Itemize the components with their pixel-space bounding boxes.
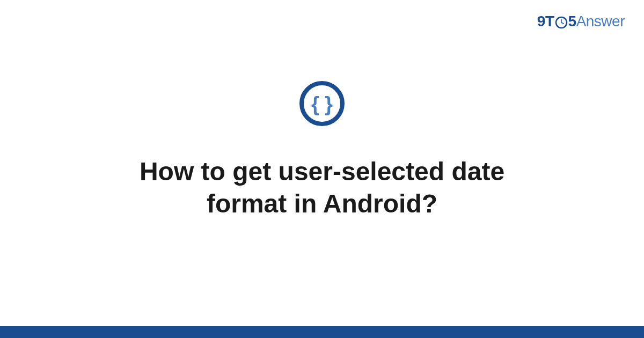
svg-text:{ }: { }: [311, 93, 333, 115]
question-title: How to get user-selected date format in …: [80, 156, 564, 220]
main-content: { } How to get user-selected date format…: [0, 0, 644, 338]
bottom-accent-bar: [0, 326, 644, 338]
code-braces-icon: { }: [299, 80, 345, 129]
